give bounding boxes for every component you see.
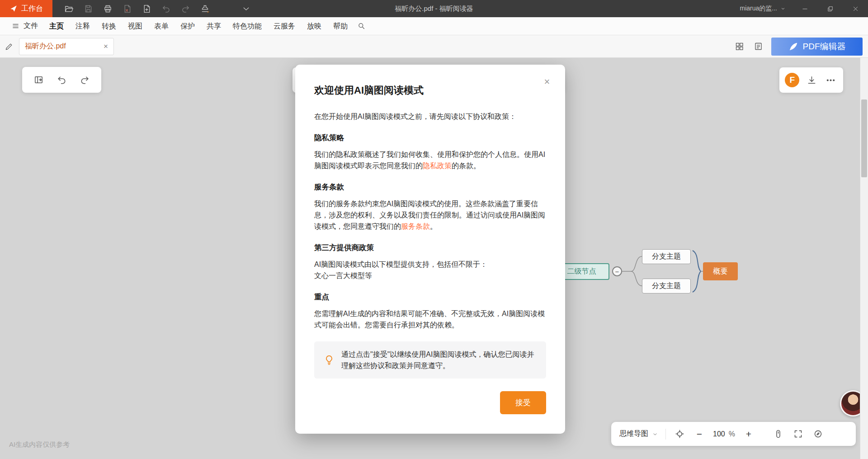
workspace-button[interactable]: 工作台	[0, 0, 52, 17]
zoom-out-button[interactable]: −	[693, 428, 706, 440]
close-document-icon	[123, 4, 132, 14]
print-button[interactable]	[102, 3, 113, 14]
redo-icon	[181, 4, 190, 14]
menu-search-button[interactable]	[354, 19, 369, 34]
fullscreen-button[interactable]	[792, 428, 805, 440]
new-document-button[interactable]	[141, 3, 152, 14]
terms-text-after: 。	[430, 222, 437, 230]
save-icon	[84, 4, 93, 14]
foxit-ai-logo[interactable]: F	[785, 73, 799, 87]
quill-icon	[788, 42, 798, 52]
app-window: 工作台	[0, 0, 868, 459]
titlebar-right: miarua的监...	[740, 0, 868, 17]
overview-button[interactable]	[812, 428, 825, 440]
save-button[interactable]	[83, 3, 94, 14]
floating-toolbar-right: F	[779, 67, 843, 93]
menu-item-view[interactable]: 视图	[122, 17, 148, 35]
foxit-logo-icon	[9, 5, 18, 13]
compass-icon	[813, 429, 823, 439]
floating-toolbar-left	[22, 67, 101, 93]
terms-paragraph: 我们的服务条款约束您AI脑图阅读模式的使用。这些条款涵盖了重要信息，涉及您的权利…	[314, 198, 546, 232]
terms-of-service-link[interactable]: 服务条款	[401, 222, 430, 230]
menu-item-present[interactable]: 放映	[301, 17, 327, 35]
menu-item-cloud[interactable]: 云服务	[268, 17, 301, 35]
pan-mode-button[interactable]	[772, 428, 785, 440]
dialog-footer: 接受	[314, 391, 546, 414]
account-menu[interactable]: miarua的监...	[740, 5, 786, 13]
zoom-value: 100	[713, 430, 725, 438]
minimize-button[interactable]	[792, 0, 817, 17]
menu-item-features[interactable]: 特色功能	[227, 17, 268, 35]
close-document-button[interactable]	[122, 3, 132, 14]
view-mode-dropdown[interactable]: 思维导图	[619, 429, 658, 439]
canvas-redo-button[interactable]	[78, 73, 92, 87]
ellipsis-icon	[826, 75, 836, 85]
menu-item-share[interactable]: 共享	[201, 17, 227, 35]
grid-view-icon	[735, 42, 744, 51]
titlebar: 工作台	[0, 0, 868, 17]
undo-button[interactable]	[160, 3, 171, 14]
mindmap-node-summary[interactable]: 概要	[703, 262, 738, 280]
close-window-button[interactable]	[843, 0, 868, 17]
mindmap-collapse-toggle[interactable]: −	[612, 266, 622, 276]
fullscreen-icon	[793, 429, 803, 439]
document-settings-icon	[754, 42, 763, 51]
workspace-label: 工作台	[21, 4, 43, 14]
menu-item-convert[interactable]: 转换	[96, 17, 122, 35]
mindmap-node-branch-top[interactable]: 分支主题	[642, 249, 691, 264]
download-mindmap-button[interactable]	[805, 73, 819, 87]
menu-item-file[interactable]: 文件	[6, 21, 43, 31]
redo-button[interactable]	[180, 3, 191, 14]
open-file-button[interactable]	[63, 3, 74, 14]
close-icon	[852, 5, 859, 12]
hamburger-icon	[12, 22, 19, 30]
view-controls-bar: 思维导图 − 100 % +	[611, 422, 856, 446]
printer-icon	[103, 4, 113, 14]
pencil-icon	[5, 42, 14, 51]
reading-settings-button[interactable]	[752, 41, 764, 52]
accept-button[interactable]: 接受	[500, 391, 546, 414]
customize-toolbar-button[interactable]	[241, 3, 251, 14]
tabbar: 福昕办公.pdf × PDF编辑器	[0, 35, 868, 58]
exit-mindmap-button[interactable]	[32, 73, 45, 87]
ai-disclaimer-note: AI生成内容仅供参考	[9, 440, 70, 449]
page-thumbnails-button[interactable]	[733, 41, 745, 52]
restore-button[interactable]	[817, 0, 843, 17]
stamp-tool-button[interactable]	[199, 3, 210, 14]
scrollbar-thumb[interactable]	[861, 99, 867, 177]
annotate-quick-button[interactable]	[0, 42, 18, 51]
tab-close-icon[interactable]: ×	[104, 43, 108, 50]
menu-item-protect[interactable]: 保护	[175, 17, 201, 35]
ai-mindmap-consent-dialog: × 欢迎使用AI脑图阅读模式 在您开始使用AI脑图阅读模式之前，请先阅读以下协议…	[295, 65, 565, 434]
canvas-undo-button[interactable]	[55, 73, 69, 87]
privacy-text-after: 的条款。	[452, 162, 481, 170]
terms-heading: 服务条款	[314, 182, 546, 192]
menu-file-label: 文件	[24, 21, 38, 31]
thirdparty-paragraph: AI脑图阅读模式由以下模型提供支持，包括但不限于： 文心一言大模型等	[314, 259, 546, 281]
pdf-editor-button[interactable]: PDF编辑器	[771, 38, 863, 56]
crosshair-icon	[675, 429, 684, 439]
accept-tip-text: 通过点击"接受"以继续使用AI脑图阅读模式，确认您已阅读并理解这些协议和政策并同…	[341, 349, 537, 371]
redo-icon	[80, 75, 90, 85]
locate-center-button[interactable]	[673, 428, 686, 440]
window-title: 福昕办公.pdf - 福昕阅读器	[395, 5, 473, 13]
stamp-tool-icon	[200, 4, 210, 14]
mindmap-node-branch-bottom[interactable]: 分支主题	[642, 279, 691, 293]
privacy-policy-link[interactable]: 隐私政策	[423, 162, 452, 170]
chevron-down-icon	[241, 4, 251, 14]
menu-item-form[interactable]: 表单	[148, 17, 175, 35]
document-tab-label: 福昕办公.pdf	[25, 42, 66, 51]
thirdparty-line1: AI脑图阅读模式由以下模型提供支持，包括但不限于：	[314, 260, 487, 268]
dialog-close-button[interactable]: ×	[541, 76, 553, 88]
chevron-down-icon	[780, 6, 786, 11]
minimize-icon	[802, 5, 808, 12]
vertical-scrollbar[interactable]	[860, 40, 868, 459]
document-tab[interactable]: 福昕办公.pdf ×	[19, 38, 114, 55]
exit-panel-icon	[33, 75, 44, 85]
menu-item-comment[interactable]: 注释	[70, 17, 96, 35]
zoom-in-button[interactable]: +	[742, 428, 755, 440]
menu-item-home[interactable]: 主页	[43, 17, 70, 35]
menu-item-help[interactable]: 帮助	[327, 17, 354, 35]
download-icon	[807, 75, 817, 85]
more-options-button[interactable]	[824, 73, 838, 87]
